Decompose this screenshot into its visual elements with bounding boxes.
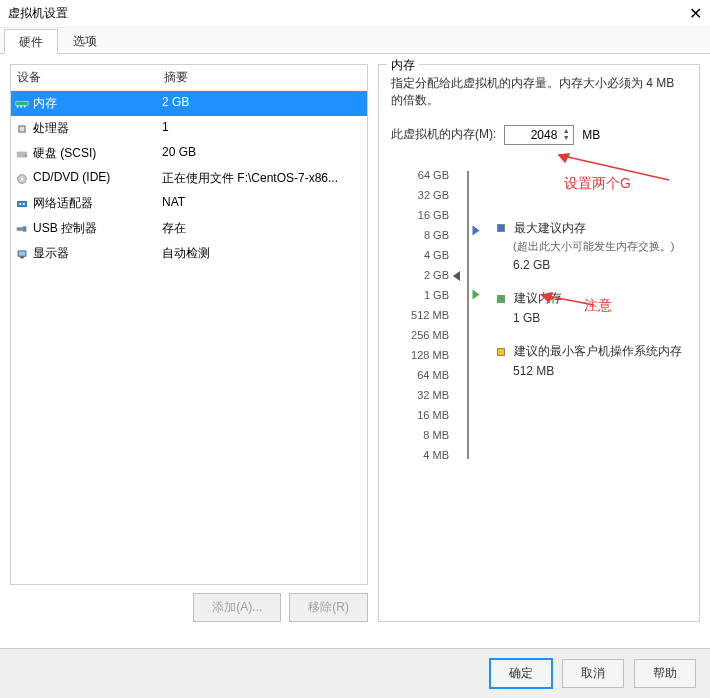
svg-rect-3 <box>24 105 26 107</box>
col-summary: 摘要 <box>158 65 367 90</box>
device-row-hdd[interactable]: 硬盘 (SCSI) 20 GB <box>11 141 367 166</box>
svg-rect-14 <box>23 226 27 231</box>
device-row-display[interactable]: 显示器 自动检测 <box>11 241 367 266</box>
tab-bar: 硬件 选项 <box>0 28 710 54</box>
min-rec-title: 建议的最小客户机操作系统内存 <box>514 344 682 358</box>
memory-spinner[interactable]: ▲ ▼ <box>504 125 574 145</box>
cancel-button[interactable]: 取消 <box>562 659 624 688</box>
device-row-net[interactable]: 网络适配器 NAT <box>11 191 367 216</box>
device-list: 设备 摘要 内存 2 GB 处理器 1 硬盘 (SCSI) 20 GB CD/D… <box>10 64 368 585</box>
add-button[interactable]: 添加(A)... <box>193 593 281 622</box>
col-device: 设备 <box>11 65 158 90</box>
display-icon <box>11 243 33 264</box>
cpu-icon <box>11 118 33 139</box>
svg-point-7 <box>25 154 27 156</box>
window-title: 虚拟机设置 <box>8 5 68 22</box>
svg-rect-0 <box>16 101 28 105</box>
svg-rect-12 <box>23 203 25 205</box>
memory-input[interactable] <box>509 128 557 142</box>
close-icon[interactable]: ✕ <box>672 4 702 23</box>
max-rec-title: 最大建议内存 <box>514 221 586 235</box>
svg-rect-11 <box>19 203 21 205</box>
hdd-icon <box>11 143 33 164</box>
slider-thumb[interactable] <box>453 271 460 281</box>
min-rec-square-icon <box>497 348 505 356</box>
usb-icon <box>11 218 33 239</box>
svg-rect-1 <box>17 105 19 107</box>
remove-button[interactable]: 移除(R) <box>289 593 368 622</box>
memory-icon <box>11 93 33 114</box>
device-row-cpu[interactable]: 处理器 1 <box>11 116 367 141</box>
device-row-usb[interactable]: USB 控制器 存在 <box>11 216 367 241</box>
help-button[interactable]: 帮助 <box>634 659 696 688</box>
svg-point-9 <box>21 177 24 180</box>
svg-marker-19 <box>559 154 569 162</box>
svg-rect-10 <box>18 201 27 206</box>
rec-square-icon <box>497 295 505 303</box>
rec-value: 1 GB <box>513 311 687 325</box>
device-row-memory[interactable]: 内存 2 GB <box>11 91 367 116</box>
memory-group-title: 内存 <box>387 57 419 74</box>
max-rec-value: 6.2 GB <box>513 258 687 272</box>
min-rec-value: 512 MB <box>513 364 687 378</box>
tab-options[interactable]: 选项 <box>58 28 112 53</box>
rec-title: 建议内存 <box>514 291 562 305</box>
svg-rect-16 <box>19 251 26 255</box>
memory-label: 此虚拟机的内存(M): <box>391 126 496 143</box>
svg-rect-17 <box>20 256 24 258</box>
memory-desc: 指定分配给此虚拟机的内存量。内存大小必须为 4 MB 的倍数。 <box>391 75 687 109</box>
memory-slider[interactable] <box>459 165 479 465</box>
tab-hardware[interactable]: 硬件 <box>4 29 58 54</box>
ok-button[interactable]: 确定 <box>490 659 552 688</box>
svg-rect-5 <box>19 126 24 131</box>
max-rec-desc: (超出此大小可能发生内存交换。) <box>513 239 687 254</box>
max-marker-icon <box>473 225 480 235</box>
memory-scale: 64 GB 32 GB 16 GB 8 GB 4 GB 2 GB 1 GB 51… <box>391 165 459 465</box>
svg-rect-13 <box>17 227 23 231</box>
spin-down-icon[interactable]: ▼ <box>561 135 571 142</box>
network-icon <box>11 193 33 214</box>
svg-rect-2 <box>20 105 22 107</box>
max-rec-square-icon <box>497 224 505 232</box>
cd-icon <box>11 168 33 189</box>
memory-unit: MB <box>582 128 600 142</box>
device-row-cd[interactable]: CD/DVD (IDE) 正在使用文件 F:\CentOS-7-x86... <box>11 166 367 191</box>
rec-marker-icon <box>473 289 480 299</box>
